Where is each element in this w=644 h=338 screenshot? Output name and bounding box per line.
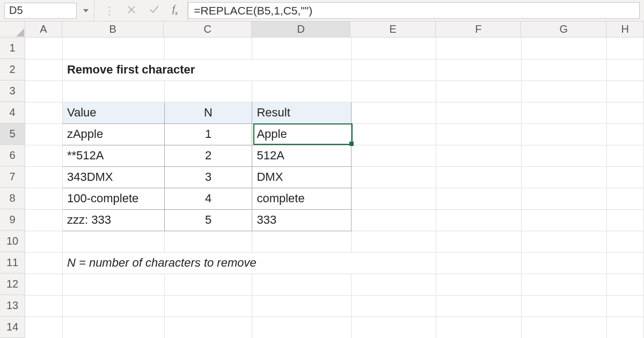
cell[interactable] [252,80,351,102]
cell[interactable] [522,252,607,274]
cell[interactable] [522,123,607,145]
cell[interactable] [351,80,436,102]
cell[interactable] [351,123,436,145]
insert-function-button[interactable]: fx [172,4,178,17]
cell[interactable] [351,317,436,338]
cell[interactable] [62,231,164,252]
cell[interactable] [164,231,252,252]
cell[interactable] [62,295,164,317]
row-header-10[interactable]: 10 [0,231,25,252]
cell[interactable] [436,295,522,317]
cell[interactable] [351,231,436,252]
row-header-6[interactable]: 6 [0,145,25,166]
cell[interactable] [351,274,436,295]
cell[interactable] [522,59,607,80]
cell[interactable] [522,317,607,338]
cell[interactable] [522,209,607,231]
cell[interactable] [606,80,643,102]
name-box[interactable]: D5 [4,3,77,19]
cell[interactable] [25,252,62,274]
cell[interactable] [252,317,351,338]
cell[interactable] [351,188,436,209]
col-header-A[interactable]: A [25,21,63,38]
col-header-B[interactable]: B [62,21,164,38]
cell[interactable] [62,274,164,295]
cell[interactable] [252,231,351,252]
cell[interactable] [351,59,436,80]
col-header-H[interactable]: H [606,21,644,38]
name-box-dropdown[interactable] [80,3,92,19]
title-cell[interactable]: Remove first character [62,59,351,80]
table-header-result[interactable]: Result [252,102,351,123]
cell[interactable] [436,102,522,123]
col-header-D[interactable]: D [252,21,350,38]
table-row[interactable]: zApple [62,123,164,145]
cell[interactable] [351,166,436,188]
cell[interactable] [25,123,62,145]
row-header-7[interactable]: 7 [0,166,25,188]
row-header-8[interactable]: 8 [0,188,25,209]
table-row[interactable]: 333 [252,209,351,231]
cell[interactable] [436,209,522,231]
cell[interactable] [606,231,643,252]
cell[interactable] [606,295,643,317]
cell[interactable] [522,295,607,317]
cell[interactable] [436,274,522,295]
cell[interactable] [25,274,62,295]
cell[interactable] [62,317,164,338]
table-row[interactable]: 343DMX [62,166,164,188]
cell[interactable] [606,252,643,274]
cell[interactable] [522,145,607,166]
cell[interactable] [606,274,643,295]
table-header-n[interactable]: N [164,102,252,123]
cell[interactable] [25,209,62,231]
cell[interactable] [522,231,607,252]
cell[interactable] [164,38,252,59]
table-row[interactable]: 2 [164,145,252,166]
cell[interactable] [436,38,522,59]
cell[interactable] [62,80,164,102]
cell[interactable] [606,209,643,231]
cell[interactable] [25,231,62,252]
cell[interactable] [25,59,62,80]
cell[interactable] [436,80,522,102]
col-header-E[interactable]: E [350,21,436,38]
cell[interactable] [522,102,607,123]
table-row[interactable]: DMX [252,166,351,188]
cell[interactable] [252,295,351,317]
cell[interactable] [25,102,62,123]
cell[interactable] [164,80,252,102]
cell[interactable] [436,231,522,252]
cell[interactable] [25,145,62,166]
table-row[interactable]: **512A [62,145,164,166]
cell[interactable] [164,317,252,338]
cell[interactable] [351,209,436,231]
row-header-11[interactable]: 11 [0,252,25,274]
row-header-5[interactable]: 5 [0,123,25,145]
cell[interactable] [522,188,607,209]
cell[interactable] [606,317,643,338]
table-row[interactable]: zzz: 333 [62,209,164,231]
cell[interactable] [606,188,643,209]
cell[interactable] [522,38,607,59]
cell[interactable] [25,188,62,209]
cell[interactable] [351,102,436,123]
cell[interactable] [164,295,252,317]
cell[interactable] [25,295,62,317]
cell[interactable] [436,123,522,145]
cell[interactable] [436,188,522,209]
table-row[interactable]: 512A [252,145,351,166]
cell[interactable] [62,38,164,59]
table-row[interactable]: complete [252,188,351,209]
select-all-corner[interactable] [0,21,25,38]
table-row[interactable]: 5 [164,209,252,231]
row-header-12[interactable]: 12 [0,274,25,295]
col-header-C[interactable]: C [164,21,252,38]
table-row[interactable]: Apple [252,123,351,145]
cell[interactable] [25,317,62,338]
cell[interactable] [436,59,522,80]
cell[interactable] [522,80,607,102]
cell[interactable] [252,38,351,59]
cell[interactable] [436,166,522,188]
cell[interactable] [351,145,436,166]
